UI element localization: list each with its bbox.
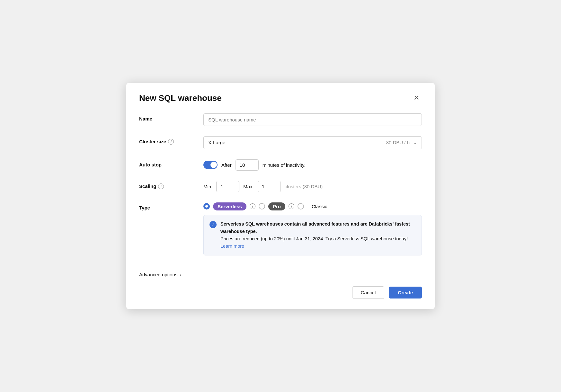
scaling-max-input[interactable]: [258, 181, 281, 192]
scaling-info-icon[interactable]: i: [158, 183, 164, 189]
type-pro-tag[interactable]: Pro: [268, 202, 285, 210]
advanced-options-label: Advanced options: [139, 272, 177, 277]
auto-stop-row: Auto stop After minutes of inactivity.: [139, 159, 422, 171]
name-control: [203, 113, 422, 126]
serverless-info-box: i Serverless SQL warehouses contain all …: [203, 215, 422, 256]
advanced-options-chevron-icon: ›: [180, 272, 181, 277]
dialog-body: Name Cluster size i X-Large 80 DBU / h ⌄: [126, 111, 435, 256]
cluster-size-label: Cluster size i: [139, 136, 203, 145]
auto-stop-toggle[interactable]: [203, 161, 218, 169]
scaling-label: Scaling i: [139, 181, 203, 189]
auto-stop-label: Auto stop: [139, 159, 203, 167]
name-label: Name: [139, 113, 203, 121]
auto-stop-after-label: After: [221, 162, 232, 168]
scaling-min-input[interactable]: [216, 181, 239, 192]
pro-info-icon[interactable]: i: [289, 203, 294, 209]
new-sql-warehouse-dialog: New SQL warehouse ✕ Name Cluster size i …: [126, 83, 435, 309]
type-serverless-tag[interactable]: Serverless: [213, 202, 246, 210]
scaling-max-label: Max.: [243, 184, 254, 189]
type-row: Type Serverless i Pro i Classic: [139, 202, 422, 256]
auto-stop-control: After minutes of inactivity.: [203, 159, 422, 171]
advanced-options-section[interactable]: Advanced options ›: [126, 266, 435, 281]
scaling-row: Scaling i Min. Max. clusters (80 DBU): [139, 181, 422, 192]
auto-stop-minutes-input[interactable]: [236, 159, 259, 171]
name-input[interactable]: [203, 113, 422, 126]
cluster-size-dbu: 80 DBU / h: [386, 140, 410, 145]
info-box-body: Prices are reduced (up to 20%) until Jan…: [220, 236, 408, 241]
cluster-size-row: Cluster size i X-Large 80 DBU / h ⌄: [139, 136, 422, 149]
cluster-size-select[interactable]: X-Large 80 DBU / h ⌄: [203, 136, 422, 149]
type-classic-radio[interactable]: [298, 203, 304, 209]
type-pro-radio[interactable]: [259, 203, 265, 209]
cluster-size-info-icon[interactable]: i: [168, 139, 174, 145]
cancel-button[interactable]: Cancel: [352, 286, 385, 299]
name-row: Name: [139, 113, 422, 126]
cluster-size-value: X-Large: [208, 140, 225, 145]
create-button[interactable]: Create: [389, 287, 422, 298]
type-classic-tag[interactable]: Classic: [307, 202, 332, 210]
type-control: Serverless i Pro i Classic i: [203, 202, 422, 256]
type-label: Type: [139, 202, 203, 210]
dialog-header: New SQL warehouse ✕: [126, 83, 435, 111]
type-serverless-radio[interactable]: [203, 203, 210, 209]
scaling-suffix: clusters (80 DBU): [285, 184, 323, 189]
dialog-title: New SQL warehouse: [139, 93, 222, 103]
info-box-icon: i: [209, 221, 217, 228]
cluster-size-chevron-icon: ⌄: [413, 140, 417, 146]
auto-stop-suffix: minutes of inactivity.: [263, 162, 306, 168]
info-box-heading: Serverless SQL warehouses contain all ad…: [220, 221, 410, 234]
scaling-control: Min. Max. clusters (80 DBU): [203, 181, 422, 192]
scaling-min-label: Min.: [203, 184, 212, 189]
close-button[interactable]: ✕: [411, 93, 422, 103]
dialog-footer: Cancel Create: [126, 281, 435, 309]
learn-more-link[interactable]: Learn more: [220, 244, 244, 249]
cluster-size-control: X-Large 80 DBU / h ⌄: [203, 136, 422, 149]
serverless-info-icon[interactable]: i: [250, 203, 255, 209]
